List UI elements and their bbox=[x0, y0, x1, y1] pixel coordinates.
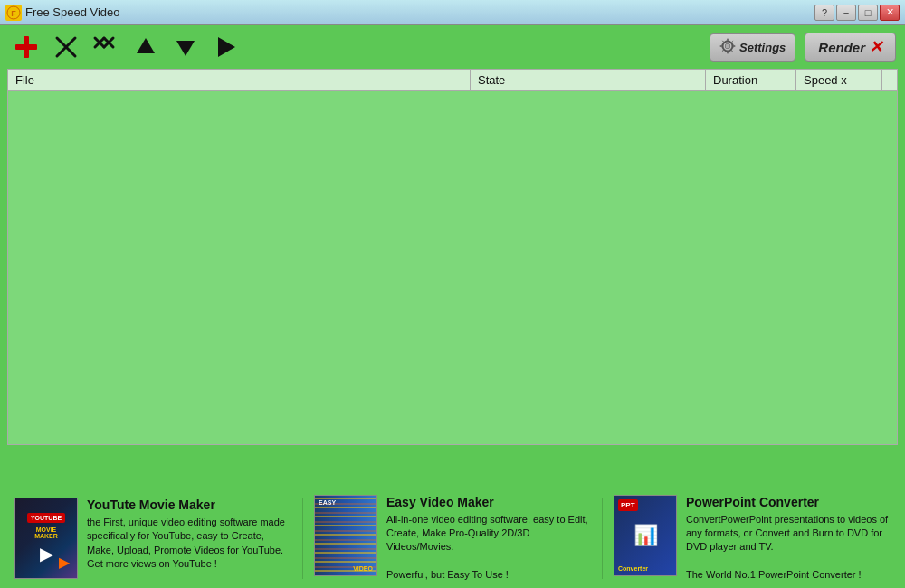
minimize-button[interactable]: − bbox=[836, 5, 856, 21]
toolbar-right: Settings Render ✕ bbox=[710, 33, 896, 62]
move-down-button[interactable] bbox=[168, 30, 203, 64]
play-button[interactable] bbox=[208, 30, 243, 64]
gear-icon bbox=[719, 38, 736, 57]
render-x-icon: ✕ bbox=[869, 37, 882, 57]
file-list-body[interactable] bbox=[8, 91, 897, 444]
promo-ppt-text: PowerPoint Converter ConvertPowerPoint p… bbox=[686, 495, 891, 583]
promo-sep-1 bbox=[302, 498, 303, 579]
render-label: Render bbox=[818, 40, 865, 55]
promo-easy-desc: All-in-one video editing software, easy … bbox=[386, 513, 591, 583]
promo-ppt-desc: ConvertPowerPoint presentations to video… bbox=[686, 513, 891, 583]
app-icon: F bbox=[5, 5, 22, 21]
promo-ppt[interactable]: PPT 📊 Converter PowerPoint Converter Con… bbox=[614, 495, 891, 583]
promo-ppt-title: PowerPoint Converter bbox=[686, 495, 891, 509]
svg-marker-10 bbox=[137, 38, 155, 53]
promo-easy[interactable]: EASY VIDEO Easy Video Maker All-in-one v… bbox=[314, 495, 591, 583]
toolbar: Settings Render ✕ bbox=[0, 25, 905, 69]
promo-easy-title: Easy Video Maker bbox=[386, 495, 591, 509]
column-speed: Speed x bbox=[796, 70, 882, 90]
file-list-header: File State Duration Speed x bbox=[8, 70, 897, 91]
svg-point-15 bbox=[726, 43, 730, 48]
promo-easy-text: Easy Video Maker All-in-one video editin… bbox=[386, 495, 591, 583]
remove-all-button[interactable] bbox=[89, 30, 123, 64]
promo-youtube-image: YOUTUBE MOVIEMAKER ▶ bbox=[14, 498, 78, 579]
column-file: File bbox=[8, 70, 471, 90]
promo-youtube-text: YouTute Movie Maker the First, unique vi… bbox=[87, 498, 291, 572]
maximize-button[interactable]: □ bbox=[858, 5, 878, 21]
column-state: State bbox=[471, 70, 706, 90]
move-up-button[interactable] bbox=[129, 30, 163, 64]
column-extra bbox=[882, 70, 897, 90]
title-bar-left: F Free Speed Video bbox=[5, 5, 120, 21]
render-button[interactable]: Render ✕ bbox=[805, 33, 896, 62]
svg-rect-3 bbox=[15, 44, 37, 50]
app-title: Free Speed Video bbox=[25, 5, 120, 19]
promo-easy-image: EASY VIDEO bbox=[314, 495, 377, 576]
window-controls: ? − □ ✕ bbox=[814, 5, 900, 21]
promo-youtube-desc: the First, unique video editing software… bbox=[87, 516, 291, 572]
help-button[interactable]: ? bbox=[814, 5, 834, 21]
remove-file-button[interactable] bbox=[49, 30, 83, 64]
title-bar: F Free Speed Video ? − □ ✕ bbox=[0, 0, 905, 25]
close-button[interactable]: ✕ bbox=[880, 5, 900, 21]
svg-marker-11 bbox=[176, 41, 195, 56]
promo-sep-2 bbox=[602, 498, 603, 579]
add-file-button[interactable] bbox=[9, 30, 43, 64]
promo-youtube-title: YouTute Movie Maker bbox=[87, 498, 291, 512]
svg-text:F: F bbox=[11, 9, 16, 18]
svg-marker-12 bbox=[218, 37, 235, 57]
promo-youtube[interactable]: YOUTUBE MOVIEMAKER ▶ YouTute Movie Maker… bbox=[14, 498, 291, 579]
promo-area: YOUTUBE MOVIEMAKER ▶ YouTute Movie Maker… bbox=[0, 488, 905, 588]
settings-button[interactable]: Settings bbox=[710, 33, 795, 62]
promo-ppt-image: PPT 📊 Converter bbox=[614, 495, 677, 576]
column-duration: Duration bbox=[706, 70, 796, 90]
settings-label: Settings bbox=[739, 41, 786, 54]
file-list: File State Duration Speed x bbox=[7, 69, 898, 445]
